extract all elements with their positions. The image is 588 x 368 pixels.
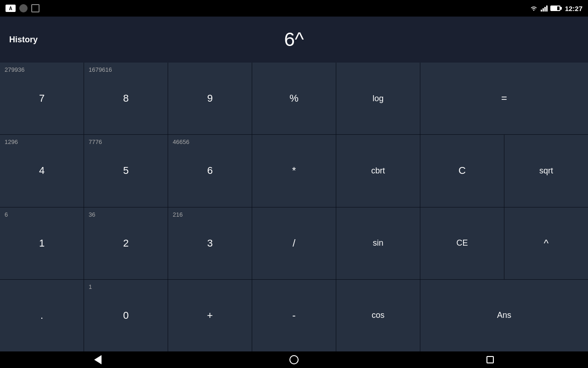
battery-icon bbox=[550, 6, 560, 11]
key-sin[interactable]: sin bbox=[336, 207, 420, 279]
keypad: 279936 7 1679616 8 9 % log = bbox=[0, 63, 588, 351]
key-1[interactable]: 6 1 bbox=[0, 207, 84, 279]
home-icon bbox=[289, 355, 299, 364]
key-equals[interactable]: = bbox=[420, 63, 588, 134]
home-button[interactable] bbox=[285, 354, 303, 365]
recents-button[interactable] bbox=[481, 354, 499, 365]
square-icon bbox=[31, 4, 40, 12]
key-dot[interactable]: . bbox=[0, 280, 84, 351]
key-2[interactable]: 36 2 bbox=[84, 207, 168, 279]
history-label: History bbox=[9, 35, 38, 45]
key-log[interactable]: log bbox=[336, 63, 420, 134]
calculator-container: History 6^ 279936 7 1679616 8 9 % bbox=[0, 17, 588, 351]
key-ce[interactable]: CE bbox=[420, 207, 504, 279]
key-9[interactable]: 9 bbox=[168, 63, 252, 134]
keypad-row-1: 1296 4 7776 5 46656 6 * cbrt C sqrt bbox=[0, 135, 588, 207]
notification-a-icon: A bbox=[6, 5, 16, 12]
key-4[interactable]: 1296 4 bbox=[0, 135, 84, 207]
key-8[interactable]: 1679616 8 bbox=[84, 63, 168, 134]
key-percent[interactable]: % bbox=[252, 63, 336, 134]
status-bar: A 12:27 bbox=[0, 0, 588, 17]
back-icon bbox=[94, 355, 102, 364]
keypad-row-0: 279936 7 1679616 8 9 % log = bbox=[0, 63, 588, 134]
keypad-row-2: 6 1 36 2 216 3 / sin CE ^ bbox=[0, 207, 588, 279]
key-c[interactable]: C bbox=[420, 135, 504, 207]
key-multiply[interactable]: * bbox=[252, 135, 336, 207]
recents-icon bbox=[486, 356, 494, 363]
back-button[interactable] bbox=[89, 354, 107, 365]
key-cbrt[interactable]: cbrt bbox=[336, 135, 420, 207]
key-divide[interactable]: / bbox=[252, 207, 336, 279]
expression-display: 6^ bbox=[284, 29, 304, 51]
keypad-row-3: . 1 0 + - cos Ans bbox=[0, 280, 588, 351]
key-0[interactable]: 1 0 bbox=[84, 280, 168, 351]
key-7[interactable]: 279936 7 bbox=[0, 63, 84, 134]
key-power[interactable]: ^ bbox=[504, 207, 588, 279]
key-cos[interactable]: cos bbox=[336, 280, 420, 351]
key-ans[interactable]: Ans bbox=[420, 280, 588, 351]
key-5[interactable]: 7776 5 bbox=[84, 135, 168, 207]
wifi-icon bbox=[530, 5, 538, 12]
status-icons-left: A bbox=[6, 4, 40, 12]
time-display: 12:27 bbox=[565, 5, 582, 12]
key-minus[interactable]: - bbox=[252, 280, 336, 351]
circle-icon bbox=[19, 4, 28, 12]
key-plus[interactable]: + bbox=[168, 280, 252, 351]
display-area: History 6^ bbox=[0, 17, 588, 63]
key-6[interactable]: 46656 6 bbox=[168, 135, 252, 207]
status-icons-right: 12:27 bbox=[530, 5, 582, 12]
key-3[interactable]: 216 3 bbox=[168, 207, 252, 279]
nav-bar bbox=[0, 351, 588, 368]
signal-icon bbox=[541, 5, 548, 12]
key-sqrt[interactable]: sqrt bbox=[504, 135, 588, 207]
